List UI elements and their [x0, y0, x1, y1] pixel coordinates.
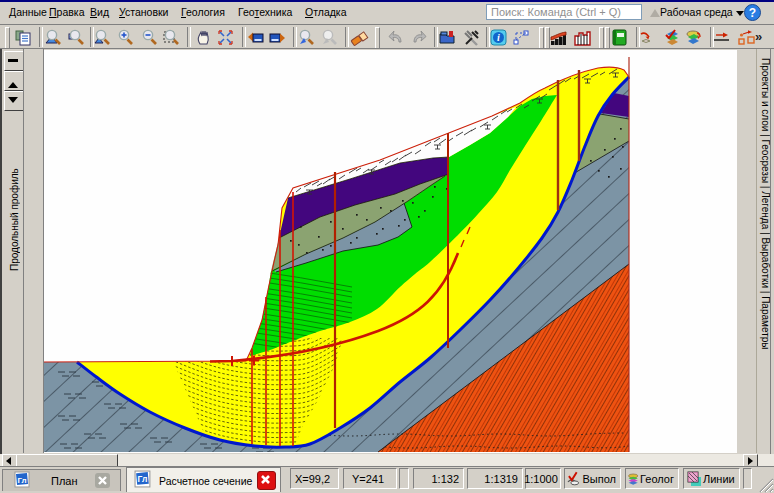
svg-text:?: ?	[749, 6, 756, 20]
svg-text:Гл: Гл	[138, 474, 148, 484]
svg-text:i: i	[497, 32, 500, 43]
svg-text:Гл: Гл	[17, 476, 26, 485]
